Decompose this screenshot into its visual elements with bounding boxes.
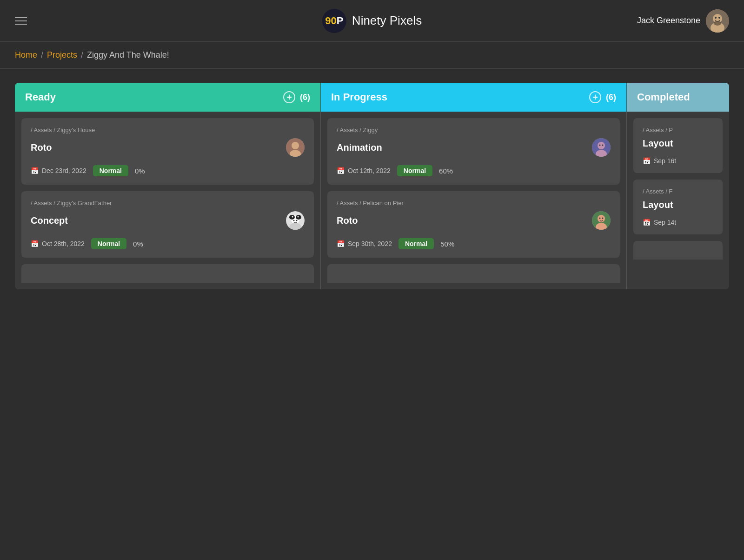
progress-text: 60% (439, 167, 453, 175)
svg-point-21 (598, 142, 605, 149)
calendar-icon: 📅 (31, 240, 39, 247)
svg-point-5 (714, 21, 721, 26)
column-inprogress-count: (6) (606, 93, 616, 102)
svg-point-18 (296, 220, 298, 221)
breadcrumb-projects[interactable]: Projects (47, 50, 77, 60)
card-header-row: Concept (31, 211, 305, 230)
user-name: Jack Greenstone (637, 16, 700, 26)
card-title: Concept (31, 215, 68, 226)
card-title: Roto (31, 142, 52, 153)
column-header-inprogress: In Progress + (6) (321, 83, 626, 112)
card-footer-row: 📅 Sep 14t (643, 219, 713, 226)
card-path: / Assets / Ziggy (337, 127, 611, 133)
svg-point-17 (293, 220, 295, 221)
card-path: / Assets / F (643, 188, 713, 195)
card-date: 📅 Oct 12th, 2022 (337, 167, 391, 174)
progress-text: 0% (133, 240, 143, 248)
task-card[interactable]: / Assets / Ziggy's GrandFather Concept (21, 191, 314, 258)
breadcrumb-sep-1: / (41, 50, 43, 60)
column-completed: Completed / Assets / P Layout 📅 Sep 16t (627, 83, 729, 289)
task-card[interactable]: / Assets / Ziggy's House Roto (21, 118, 314, 185)
svg-point-16 (298, 216, 299, 218)
task-card-partial (327, 264, 620, 283)
card-date: 📅 Sep 16t (643, 157, 676, 165)
priority-badge: Normal (93, 165, 128, 176)
column-ready: Ready + (6) / Assets / Ziggy's House Rot… (15, 83, 321, 289)
card-path: / Assets / Ziggy's GrandFather (31, 200, 305, 207)
svg-point-24 (602, 145, 604, 146)
priority-badge: Normal (399, 238, 434, 249)
card-avatar (286, 138, 305, 157)
ready-cards-container: / Assets / Ziggy's House Roto (15, 112, 320, 289)
kanban-board: Ready + (6) / Assets / Ziggy's House Rot… (15, 83, 729, 289)
card-date: 📅 Sep 30th, 2022 (337, 240, 392, 247)
calendar-icon: 📅 (643, 219, 651, 226)
priority-badge: Normal (397, 165, 432, 176)
completed-cards-container: / Assets / P Layout 📅 Sep 16t / Assets /… (627, 112, 729, 266)
card-date-text: Oct 28th, 2022 (42, 240, 85, 247)
progress-text: 0% (135, 167, 145, 175)
card-header-row: Layout (643, 200, 713, 210)
card-avatar (592, 211, 611, 230)
inprogress-cards-container: / Assets / Ziggy Animation (321, 112, 626, 289)
card-footer-row: 📅 Oct 28th, 2022 Normal 0% (31, 238, 305, 249)
svg-point-7 (292, 142, 299, 149)
column-ready-label: Ready (25, 91, 56, 103)
task-card[interactable]: / Assets / F Layout 📅 Sep 14t (633, 180, 723, 234)
card-header-row: Roto (31, 138, 305, 157)
svg-point-4 (718, 17, 720, 19)
card-date-text: Sep 16t (654, 157, 676, 165)
card-date: 📅 Sep 14t (643, 219, 676, 226)
main-content: Ready + (6) / Assets / Ziggy's House Rot… (0, 69, 744, 303)
card-footer-row: 📅 Oct 12th, 2022 Normal 60% (337, 165, 611, 176)
card-title: Roto (337, 215, 358, 226)
logo-p: P (337, 15, 344, 27)
svg-point-15 (292, 216, 293, 218)
task-card[interactable]: / Assets / Ziggy Animation (327, 118, 620, 185)
column-ready-count: (6) (300, 93, 310, 102)
calendar-icon: 📅 (31, 167, 39, 174)
card-date: 📅 Oct 28th, 2022 (31, 240, 85, 247)
card-title: Animation (337, 142, 382, 153)
calendar-icon: 📅 (337, 240, 345, 247)
header-right: Jack Greenstone (637, 9, 729, 33)
column-header-completed: Completed (627, 83, 729, 112)
header: 90P Ninety Pixels Jack Greenstone (0, 0, 744, 42)
card-path: / Assets / Pelican on Pier (337, 200, 611, 207)
card-title: Layout (643, 138, 673, 149)
breadcrumb-current: Ziggy And The Whale! (87, 50, 169, 60)
column-ready-actions: + (6) (283, 91, 310, 103)
add-ready-button[interactable]: + (283, 91, 295, 103)
card-footer-row: 📅 Sep 16t (643, 157, 713, 165)
card-date-text: Oct 12th, 2022 (348, 167, 391, 174)
progress-text: 50% (440, 240, 454, 248)
column-inprogress-actions: + (6) (589, 91, 616, 103)
column-header-ready: Ready + (6) (15, 83, 320, 112)
add-inprogress-button[interactable]: + (589, 91, 601, 103)
breadcrumb: Home / Projects / Ziggy And The Whale! (0, 42, 744, 69)
card-footer-row: 📅 Sep 30th, 2022 Normal 50% (337, 238, 611, 249)
svg-point-29 (602, 218, 604, 219)
card-path: / Assets / Ziggy's House (31, 127, 305, 133)
card-avatar (592, 138, 611, 157)
priority-badge: Normal (91, 238, 126, 249)
card-date-text: Sep 30th, 2022 (348, 240, 392, 247)
card-header-row: Roto (337, 211, 611, 230)
calendar-icon: 📅 (337, 167, 345, 174)
task-card[interactable]: / Assets / Pelican on Pier Roto (327, 191, 620, 258)
card-date: 📅 Dec 23rd, 2022 (31, 167, 86, 174)
hamburger-menu-button[interactable] (15, 17, 27, 25)
logo-badge: 90P (322, 9, 346, 33)
header-center: 90P Ninety Pixels (322, 9, 422, 33)
user-avatar[interactable] (706, 9, 729, 33)
column-inprogress-label: In Progress (331, 91, 387, 103)
svg-point-23 (599, 145, 601, 146)
column-completed-label: Completed (637, 91, 690, 103)
card-avatar (286, 211, 305, 230)
task-card[interactable]: / Assets / P Layout 📅 Sep 16t (633, 118, 723, 173)
card-path: / Assets / P (643, 127, 713, 133)
breadcrumb-home[interactable]: Home (15, 50, 37, 60)
breadcrumb-sep-2: / (81, 50, 83, 60)
card-date-text: Sep 14t (654, 219, 676, 226)
column-inprogress: In Progress + (6) / Assets / Ziggy Anima… (321, 83, 627, 289)
